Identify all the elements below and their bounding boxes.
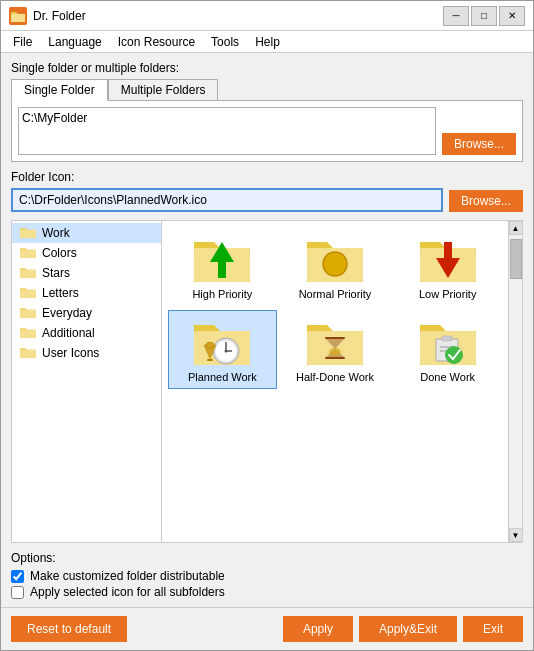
folder-path-input[interactable] [18,107,436,155]
bottom-bar: Reset to default Apply Apply&Exit Exit [1,607,533,650]
svg-rect-16 [20,350,36,358]
window-title: Dr. Folder [33,9,443,23]
icon-high-priority[interactable]: High Priority [168,227,277,306]
svg-marker-2 [11,14,25,22]
checkbox-row-2: Apply selected icon for all subfolders [11,585,523,599]
icon-path-input[interactable] [11,188,443,212]
scrollbar: ▲ ▼ [508,221,522,542]
icon-browse-button[interactable]: Browse... [449,190,523,212]
checkbox-subfolders-label: Apply selected icon for all subfolders [30,585,225,599]
checkbox-distributable[interactable] [11,570,24,583]
menu-file[interactable]: File [5,33,40,51]
minimize-button[interactable]: ─ [443,6,469,26]
close-button[interactable]: ✕ [499,6,525,26]
svg-point-42 [329,348,341,356]
category-work-label: Work [42,226,70,240]
main-window: Dr. Folder ─ □ ✕ File Language Icon Reso… [0,0,534,651]
category-work[interactable]: Work [12,223,161,243]
category-colors-label: Colors [42,246,77,260]
low-priority-icon-svg [416,234,480,286]
category-additional[interactable]: Additional [12,323,161,343]
normal-priority-label: Normal Priority [299,288,372,301]
svg-point-22 [323,252,347,276]
svg-rect-8 [20,270,36,278]
scroll-up-arrow[interactable]: ▲ [509,221,523,235]
svg-point-32 [225,350,228,353]
folder-browse-button[interactable]: Browse... [442,133,516,155]
svg-rect-46 [442,336,452,341]
icon-half-done[interactable]: Half-Done Work [281,310,390,389]
planned-work-icon-svg [190,317,254,369]
high-priority-icon-svg [190,234,254,286]
options-section: Options: Make customized folder distribu… [11,551,523,599]
folder-icon-user-icons [20,346,36,360]
folder-icon-additional [20,326,36,340]
menu-help[interactable]: Help [247,33,288,51]
done-work-label: Done Work [420,371,475,384]
folder-icon-letters [20,286,36,300]
category-stars[interactable]: Stars [12,263,161,283]
options-label: Options: [11,551,523,565]
menu-icon-resource[interactable]: Icon Resource [110,33,203,51]
icon-grid: High Priority Normal Priority [168,227,502,389]
folder-icon-everyday [20,306,36,320]
category-everyday-label: Everyday [42,306,92,320]
apply-exit-button[interactable]: Apply&Exit [359,616,457,642]
folder-icon-colors [20,246,36,260]
icon-categories: Work Colors Stars [12,221,162,542]
folder-section: Single folder or multiple folders: Singl… [11,61,523,162]
reset-button[interactable]: Reset to default [11,616,127,642]
half-done-icon-svg [303,317,367,369]
category-stars-label: Stars [42,266,70,280]
svg-point-35 [206,342,214,348]
icon-section: Folder Icon: Browse... [11,170,523,212]
svg-point-49 [445,346,463,364]
low-priority-label: Low Priority [419,288,476,301]
svg-rect-38 [325,337,345,339]
normal-priority-icon-svg [303,234,367,286]
apply-button[interactable]: Apply [283,616,353,642]
svg-rect-4 [20,230,36,238]
half-done-label: Half-Done Work [296,371,374,384]
menu-tools[interactable]: Tools [203,33,247,51]
category-user-icons[interactable]: User Icons [12,343,161,363]
category-additional-label: Additional [42,326,95,340]
icon-grid-container: High Priority Normal Priority [162,221,508,542]
category-colors[interactable]: Colors [12,243,161,263]
window-controls: ─ □ ✕ [443,6,525,26]
icon-low-priority[interactable]: Low Priority [393,227,502,306]
icon-path-row: Browse... [11,188,523,212]
icon-done-work[interactable]: Done Work [393,310,502,389]
icon-normal-priority[interactable]: Normal Priority [281,227,390,306]
svg-rect-6 [20,250,36,258]
menu-bar: File Language Icon Resource Tools Help [1,31,533,53]
exit-button[interactable]: Exit [463,616,523,642]
svg-rect-39 [325,357,345,359]
checkbox-subfolders[interactable] [11,586,24,599]
tab-multiple-folders[interactable]: Multiple Folders [108,79,219,101]
folder-icon-work [20,226,36,240]
scroll-thumb[interactable] [510,239,522,279]
title-bar: Dr. Folder ─ □ ✕ [1,1,533,31]
folder-tab-content: Browse... [11,100,523,162]
category-letters[interactable]: Letters [12,283,161,303]
scroll-down-arrow[interactable]: ▼ [509,528,523,542]
planned-work-label: Planned Work [188,371,257,384]
high-priority-label: High Priority [192,288,252,301]
maximize-button[interactable]: □ [471,6,497,26]
checkbox-row-1: Make customized folder distributable [11,569,523,583]
category-letters-label: Letters [42,286,79,300]
folder-icon-stars [20,266,36,280]
scroll-thumb-area[interactable] [509,235,522,528]
category-everyday[interactable]: Everyday [12,303,161,323]
menu-language[interactable]: Language [40,33,109,51]
tab-single-folder[interactable]: Single Folder [11,79,108,101]
icon-planned-work[interactable]: Planned Work [168,310,277,389]
svg-rect-10 [20,290,36,298]
icon-picker-area: Work Colors Stars [11,220,523,543]
folder-section-label: Single folder or multiple folders: [11,61,523,75]
app-icon [9,7,27,25]
folder-input-row: Browse... [18,107,516,155]
svg-rect-14 [20,330,36,338]
tab-bar: Single Folder Multiple Folders [11,79,523,101]
